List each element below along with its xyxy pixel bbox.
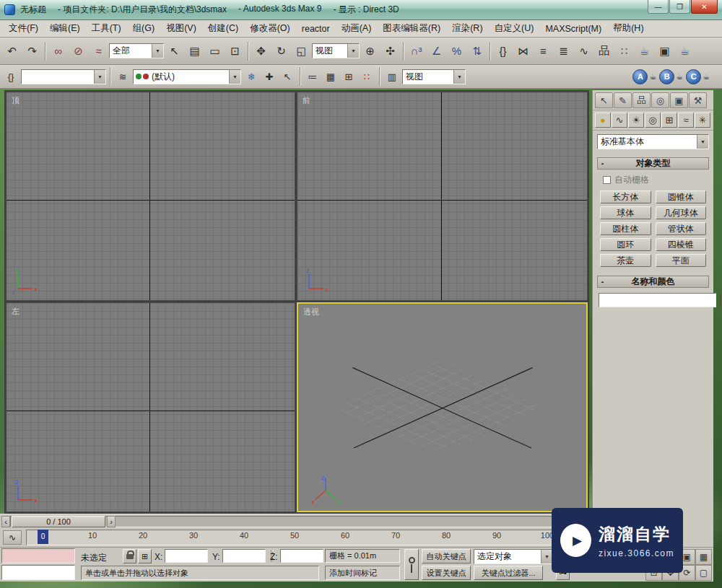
tab-hierarchy[interactable]: 品 <box>632 92 651 108</box>
menu-item[interactable]: 帮助(H) <box>607 20 649 37</box>
category-systems[interactable]: ✳ <box>695 113 710 128</box>
viewport-front[interactable]: 前 z x <box>297 92 588 301</box>
menu-item[interactable]: 编辑(E) <box>44 20 86 37</box>
angle-snap-icon[interactable]: ∠ <box>427 41 446 61</box>
category-lights[interactable]: ☀ <box>628 113 644 128</box>
select-and-scale-icon[interactable]: ◱ <box>292 41 311 61</box>
quick-render-icon[interactable]: ☕ <box>675 41 695 61</box>
viewport-perspective-active[interactable]: 透视 z x y <box>297 302 588 512</box>
minimize-button[interactable]: — <box>648 0 669 14</box>
y-coordinate-field[interactable]: ▴▾ <box>222 549 266 563</box>
select-and-link-icon[interactable]: ∞ <box>48 41 68 61</box>
mirror-icon[interactable]: ⋈ <box>513 41 533 61</box>
close-button[interactable]: ✕ <box>691 0 718 14</box>
object-type-button[interactable]: 四棱锥 <box>656 238 707 251</box>
freeze-layer-icon[interactable]: ❄ <box>243 68 260 85</box>
select-object-icon[interactable]: ↖ <box>165 41 184 61</box>
schematic-view-icon[interactable]: 品 <box>594 41 614 61</box>
render-preset-a[interactable]: A <box>632 69 648 84</box>
object-type-button[interactable]: 平面 <box>656 254 707 267</box>
maximize-viewport-toggle-icon[interactable]: ▢ <box>695 565 712 581</box>
object-type-button[interactable]: 长方体 <box>600 190 651 203</box>
menu-item[interactable]: reactor <box>296 22 336 36</box>
named-selection-sets-icon[interactable]: {} <box>493 41 513 61</box>
create-layer-icon[interactable]: ✚ <box>261 68 278 85</box>
object-type-button[interactable]: 圆柱体 <box>600 222 651 235</box>
tab-motion[interactable]: ◎ <box>651 92 669 108</box>
category-helpers[interactable]: ⊞ <box>661 113 677 128</box>
snap-toggle-icon[interactable]: ∩³ <box>406 41 426 61</box>
object-name-input[interactable] <box>599 293 716 307</box>
tab-modify[interactable]: ✎ <box>614 92 632 108</box>
render-type-icon[interactable]: ▣ <box>655 41 674 61</box>
align-icon[interactable]: ≡ <box>534 41 553 61</box>
category-cameras[interactable]: ◎ <box>645 113 661 128</box>
menu-item[interactable]: 组(G) <box>127 20 161 37</box>
auto-key-toggle[interactable]: 自动关键点 <box>422 549 471 563</box>
select-and-manipulate-icon[interactable]: ✣ <box>380 41 400 61</box>
render-preset-b[interactable]: B <box>659 69 674 84</box>
viewport-display-icon[interactable]: ▥ <box>383 68 401 85</box>
tab-create[interactable]: ↖ <box>595 92 613 108</box>
schematic-mini-icon[interactable]: ⊞ <box>340 68 357 85</box>
viewport-left[interactable]: 左 z x <box>6 302 295 512</box>
category-geometry[interactable]: ● <box>595 113 611 128</box>
key-selection-set-dropdown[interactable]: 选定对象 ▼ <box>474 549 553 564</box>
object-type-button[interactable]: 几何球体 <box>656 206 707 219</box>
menu-item[interactable]: 自定义(U) <box>489 20 540 37</box>
render-preset-c[interactable]: C <box>686 69 701 84</box>
set-key-toggle[interactable]: 设置关键点 <box>422 566 471 580</box>
use-pivot-point-center-icon[interactable]: ⊕ <box>360 41 380 61</box>
x-coordinate-field[interactable]: ▴▾ <box>165 549 208 563</box>
tab-utilities[interactable]: ⚒ <box>689 92 707 108</box>
time-slider-handle[interactable]: 0 / 100 <box>12 516 105 527</box>
maxscript-mini-listener-white[interactable] <box>1 565 75 580</box>
maxscript-mini-listener-pink[interactable] <box>1 548 75 563</box>
menu-item[interactable]: 工具(T) <box>86 20 127 37</box>
menu-item[interactable]: 视图(V) <box>160 20 202 37</box>
named-selection-sets-icon[interactable]: {} <box>2 68 19 85</box>
object-class-dropdown[interactable]: 标准基本体 ▼ <box>597 134 709 149</box>
mini-curve-editor-button[interactable]: ∿ <box>3 530 22 545</box>
undo-icon[interactable]: ↶ <box>2 41 22 61</box>
object-type-button[interactable]: 球体 <box>600 206 651 219</box>
material-editor-icon[interactable]: ∷ <box>614 41 634 61</box>
maximize-button[interactable]: ❐ <box>669 0 690 14</box>
redo-icon[interactable]: ↷ <box>22 41 42 61</box>
select-and-move-icon[interactable]: ✥ <box>251 41 271 61</box>
rectangular-selection-region-icon[interactable]: ▭ <box>205 41 225 61</box>
named-selection-sets-dropdown[interactable]: ▼ <box>21 69 106 84</box>
reference-coordinate-system-dropdown[interactable]: 视图 ▼ <box>312 43 360 58</box>
category-shapes[interactable]: ∿ <box>612 113 627 128</box>
menu-item[interactable]: 动画(A) <box>336 20 378 37</box>
render-view-dropdown[interactable]: 视图 ▼ <box>402 69 466 84</box>
z-coordinate-field[interactable]: ▴▾ <box>280 549 323 563</box>
rollout-name-color[interactable]: - 名称和颜色 <box>597 276 709 288</box>
unlink-selection-icon[interactable]: ⊘ <box>69 41 88 61</box>
layer-stack-icon[interactable]: ≋ <box>114 68 131 85</box>
absolute-mode-toggle[interactable]: ⊞ <box>138 549 152 563</box>
menu-item[interactable]: 文件(F) <box>3 20 44 37</box>
key-filters-button[interactable]: 关键点过滤器... <box>474 566 543 580</box>
viewport-top[interactable]: 顶 y x z <box>6 92 295 301</box>
color-dots-icon[interactable]: ∷ <box>358 68 375 85</box>
menu-item[interactable]: 修改器(O) <box>244 20 296 37</box>
object-color-swatch[interactable] <box>720 293 721 307</box>
object-type-button[interactable]: 茶壶 <box>600 254 651 267</box>
add-time-tag[interactable]: 添加时间标记 <box>325 566 400 580</box>
selection-filter-dropdown[interactable]: 全部 ▼ <box>109 43 164 58</box>
rollout-object-type[interactable]: - 对象类型 <box>597 157 709 170</box>
bind-to-space-warp-icon[interactable]: ≈ <box>89 41 108 61</box>
tab-display[interactable]: ▣ <box>670 92 688 108</box>
autogrid-checkbox[interactable] <box>603 176 611 184</box>
render-scene-icon[interactable]: ☕ <box>635 41 654 61</box>
object-type-button[interactable]: 管状体 <box>656 222 707 235</box>
window-crossing-icon[interactable]: ⊡ <box>225 41 245 61</box>
zoom-extents-all-icon[interactable]: ▦ <box>695 549 712 565</box>
previous-frame-button[interactable]: ‹ <box>1 516 10 527</box>
curve-editor-icon[interactable]: ∿ <box>574 41 593 61</box>
grid-table-icon[interactable]: ▦ <box>322 68 339 85</box>
layer-manager-icon[interactable]: ≣ <box>554 41 573 61</box>
track-list-icon[interactable]: ≔ <box>304 68 321 85</box>
next-frame-button[interactable]: › <box>107 516 116 527</box>
